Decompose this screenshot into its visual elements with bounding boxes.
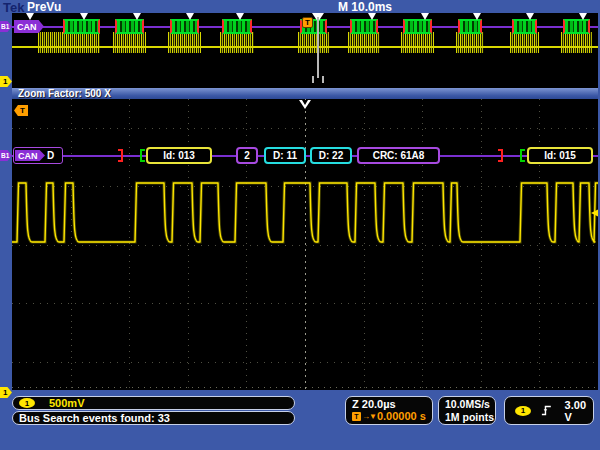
search-mark-icon [526, 13, 534, 20]
trigger-level: 3.00 V [565, 399, 593, 423]
ch1-overview-baseline [12, 46, 598, 48]
can-packet-block [350, 19, 378, 34]
sample-rate: 10.0MS/s [439, 397, 495, 411]
search-mark-icon [473, 13, 481, 20]
trigger-level-arrow-icon[interactable] [591, 209, 598, 217]
main-timebase-readout: M 10.0ms [338, 0, 392, 14]
can-packet-block [403, 19, 432, 34]
can-packet-block [512, 19, 537, 34]
search-mark-icon [368, 13, 376, 20]
zoom-factor-bar: Zoom Factor: 500 X [12, 88, 598, 99]
bus-b1-badge-zoom: B1 [0, 150, 12, 161]
frame-end-mark-icon [498, 149, 503, 162]
horizontal-readout[interactable]: Z 20.0µs T→▼0.00000 s [345, 396, 433, 425]
bus-b1-badge-overview: B1 [0, 21, 12, 32]
trigger-mini-icon: T [352, 412, 361, 421]
ch1-overview-burst [348, 32, 380, 53]
trigger-flag-icon: T [302, 17, 313, 28]
can-decode-field: 2 [236, 147, 258, 164]
acquisition-status: PreVu [27, 0, 61, 14]
can-decode-field: CRC: 61A8 [357, 147, 440, 164]
ch1-scale: 500mV [49, 397, 84, 409]
can-packet-block [563, 19, 590, 34]
zoom-scale: Z 20.0µs [346, 397, 432, 410]
trigger-source-badge-icon: 1 [515, 406, 531, 416]
can-packet-block [222, 19, 252, 34]
rising-edge-icon [541, 403, 553, 418]
can-packet-block [170, 19, 199, 34]
ch1-waveform [12, 99, 598, 390]
search-mark-icon [236, 13, 244, 20]
frame-start-mark-icon [140, 149, 145, 162]
trigger-readout[interactable]: 1 3.00 V [504, 396, 594, 425]
ch1-overview-burst [298, 32, 329, 53]
ch1-ground-marker-zoom: 1 [0, 387, 12, 398]
overview-window: CAN T [12, 13, 598, 88]
scope-screen: Tek PreVu M 10.0ms CAN T B1 1 B1 1 Zoom … [0, 0, 600, 450]
record-length: 1M points [439, 411, 495, 424]
can-decode-field: Id: 013 [146, 147, 212, 164]
zoom-position-bracket [312, 76, 324, 83]
can-packet-block [63, 19, 100, 34]
ch1-overview-burst [113, 32, 146, 53]
ch1-overview-burst [456, 32, 484, 53]
can-decode-start-box: CAN D [13, 147, 63, 164]
ch1-overview-burst [401, 32, 434, 53]
ch1-ground-marker-overview: 1 [0, 76, 12, 87]
can-decode-field: D: 22 [310, 147, 352, 164]
search-mark-icon [26, 13, 34, 20]
ch1-overview-burst [510, 32, 539, 53]
can-bus-label: CAN [14, 20, 44, 33]
ch1-overview-burst [168, 32, 201, 53]
ch1-overview-burst [561, 32, 592, 53]
ch1-badge-icon: 1 [19, 398, 35, 408]
search-mark-icon [421, 13, 429, 20]
can-packet-block [115, 19, 144, 34]
search-mark-icon [579, 13, 587, 20]
ch1-readout[interactable]: 1 500mV [12, 396, 295, 410]
search-mark-icon [133, 13, 141, 20]
bus-search-text: Bus Search events found: 33 [13, 412, 170, 424]
ch1-overview-burst [38, 32, 100, 53]
ch1-overview-burst [220, 32, 254, 53]
frame-end-mark-icon [118, 149, 123, 162]
can-decode-field: D: 11 [264, 147, 306, 164]
can-packet-block [458, 19, 482, 34]
search-mark-icon [80, 13, 88, 20]
can-partial-field: D [47, 150, 54, 161]
zoom-position-line[interactable] [317, 17, 319, 78]
can-decode-field: Id: 015 [527, 147, 593, 164]
bus-search-readout: Bus Search events found: 33 [12, 411, 295, 425]
search-mark-icon [186, 13, 194, 20]
acquisition-readout: 10.0MS/s 1M points [438, 396, 496, 425]
zoom-window: T CAN D Id: 0132D: 11D: 22CRC: 61A8Id: 0… [12, 99, 598, 390]
frame-start-mark-icon [520, 149, 525, 162]
horizontal-delay: 0.00000 s [377, 410, 426, 422]
zoom-factor-label: Zoom Factor: 500 X [12, 88, 111, 99]
can-bus-label-zoom: CAN [15, 150, 45, 161]
delay-arrow-icon: →▼ [362, 412, 376, 421]
